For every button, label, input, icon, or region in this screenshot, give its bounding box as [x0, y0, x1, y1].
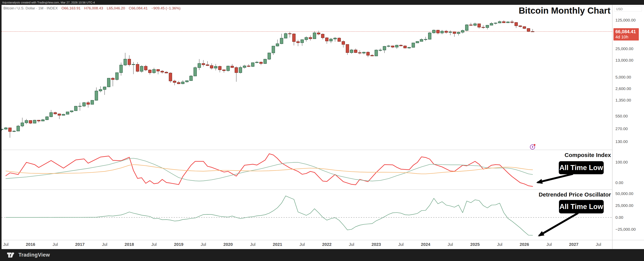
candle[interactable]	[338, 38, 341, 42]
time-axis-month-label[interactable]: Jul	[200, 242, 206, 247]
candle[interactable]	[239, 66, 242, 74]
candle[interactable]	[4, 127, 7, 130]
candle[interactable]	[309, 36, 312, 41]
time-axis-month-label[interactable]: Jul	[3, 242, 8, 247]
all-time-low-arrow[interactable]	[539, 213, 578, 236]
time-axis-year-label[interactable]: 2017	[75, 242, 85, 247]
candle[interactable]	[95, 88, 98, 101]
candle[interactable]	[408, 47, 410, 49]
time-axis-year-label[interactable]: 2025	[470, 242, 480, 247]
candle[interactable]	[412, 42, 415, 48]
symbol-description[interactable]: Bitcoin / U.S. Dollar · 1M · INDEX	[4, 6, 58, 10]
candle[interactable]	[260, 62, 262, 65]
candle[interactable]	[436, 30, 440, 34]
candle[interactable]	[87, 101, 90, 108]
candle[interactable]	[375, 50, 378, 56]
candle[interactable]	[132, 62, 135, 74]
candle[interactable]	[136, 62, 139, 72]
time-axis-month-label[interactable]: Jul	[497, 242, 502, 247]
time-axis-year-label[interactable]: 2027	[569, 242, 578, 247]
candle[interactable]	[490, 22, 493, 26]
currency-label[interactable]: USD	[614, 6, 642, 12]
candle[interactable]	[387, 45, 390, 48]
time-axis-year-label[interactable]: 2023	[372, 242, 381, 247]
candle[interactable]	[515, 22, 518, 28]
candle[interactable]	[157, 69, 160, 74]
composite-index-fast-line[interactable]	[6, 154, 532, 186]
time-axis-month-label[interactable]: Jul	[596, 242, 601, 247]
candle[interactable]	[288, 32, 291, 38]
candle[interactable]	[62, 114, 65, 116]
all-time-low-annotation-dpo[interactable]: All Time Low	[559, 200, 604, 214]
candle[interactable]	[358, 50, 361, 54]
time-axis-month-label[interactable]: Jul	[52, 242, 58, 247]
candle[interactable]	[247, 64, 250, 67]
time-axis-month-label[interactable]: Jul	[300, 242, 305, 247]
symbol-legend[interactable]: Bitcoin / U.S. Dollar · 1M · INDEX O66,1…	[4, 6, 183, 10]
candle[interactable]	[194, 66, 196, 76]
time-axis-month-label[interactable]: Jul	[250, 242, 256, 247]
time-axis-month-label[interactable]: Jul	[102, 242, 107, 247]
time-axis-month-label[interactable]: Jul	[151, 242, 157, 247]
candle[interactable]	[400, 44, 402, 46]
candle[interactable]	[449, 30, 452, 35]
candle[interactable]	[144, 65, 147, 71]
candle[interactable]	[396, 45, 398, 49]
candle[interactable]	[371, 54, 374, 56]
candle[interactable]	[182, 80, 184, 84]
flash-anchor-icon[interactable]	[530, 144, 536, 150]
candle[interactable]	[173, 80, 176, 86]
candle[interactable]	[457, 32, 460, 36]
candle[interactable]	[91, 100, 94, 104]
time-axis-month-label[interactable]: Jul	[349, 242, 354, 247]
candle[interactable]	[206, 61, 209, 66]
candle[interactable]	[99, 86, 102, 92]
candle[interactable]	[280, 34, 283, 44]
all-time-low-arrow[interactable]	[538, 174, 573, 182]
candle[interactable]	[140, 65, 143, 73]
candle[interactable]	[198, 59, 201, 70]
candle[interactable]	[222, 70, 225, 73]
candle[interactable]	[42, 119, 44, 121]
candle[interactable]	[391, 46, 394, 48]
candle[interactable]	[50, 110, 52, 117]
candle[interactable]	[17, 125, 20, 131]
candle[interactable]	[210, 63, 213, 70]
time-axis-year-label[interactable]: 2026	[520, 242, 529, 247]
candle[interactable]	[8, 128, 11, 138]
time-axis-month-label[interactable]: Jul	[546, 242, 552, 247]
candle[interactable]	[103, 86, 106, 95]
composite-index-slow-line[interactable]	[6, 158, 532, 181]
candle[interactable]	[231, 64, 234, 68]
candle[interactable]	[202, 60, 205, 66]
candle[interactable]	[383, 46, 386, 53]
candle[interactable]	[214, 64, 217, 70]
composite-index-signal-line[interactable]	[6, 165, 532, 174]
candle[interactable]	[494, 22, 497, 24]
candle[interactable]	[502, 20, 505, 23]
candle[interactable]	[367, 52, 370, 57]
candle[interactable]	[116, 72, 118, 80]
candle[interactable]	[445, 30, 448, 34]
candle[interactable]	[272, 46, 275, 55]
candle[interactable]	[152, 68, 156, 74]
candle[interactable]	[268, 53, 271, 60]
candle[interactable]	[256, 61, 258, 63]
candle[interactable]	[33, 120, 36, 123]
candle[interactable]	[227, 66, 230, 72]
candle[interactable]	[186, 80, 188, 82]
candle[interactable]	[70, 110, 73, 113]
candle[interactable]	[235, 66, 238, 82]
candle[interactable]	[124, 53, 127, 66]
candle[interactable]	[305, 36, 308, 42]
candle[interactable]	[301, 39, 304, 46]
chart-canvas[interactable]: 125,000.0025,000.0013,000.005,000.002,60…	[0, 0, 644, 261]
candle[interactable]	[346, 44, 349, 55]
candle[interactable]	[432, 30, 435, 34]
candle[interactable]	[482, 25, 485, 29]
candle[interactable]	[531, 29, 534, 32]
time-axis-month-label[interactable]: Jul	[398, 242, 404, 247]
candle[interactable]	[276, 40, 279, 47]
candle[interactable]	[66, 112, 69, 114]
time-axis-year-label[interactable]: 2021	[273, 242, 282, 247]
